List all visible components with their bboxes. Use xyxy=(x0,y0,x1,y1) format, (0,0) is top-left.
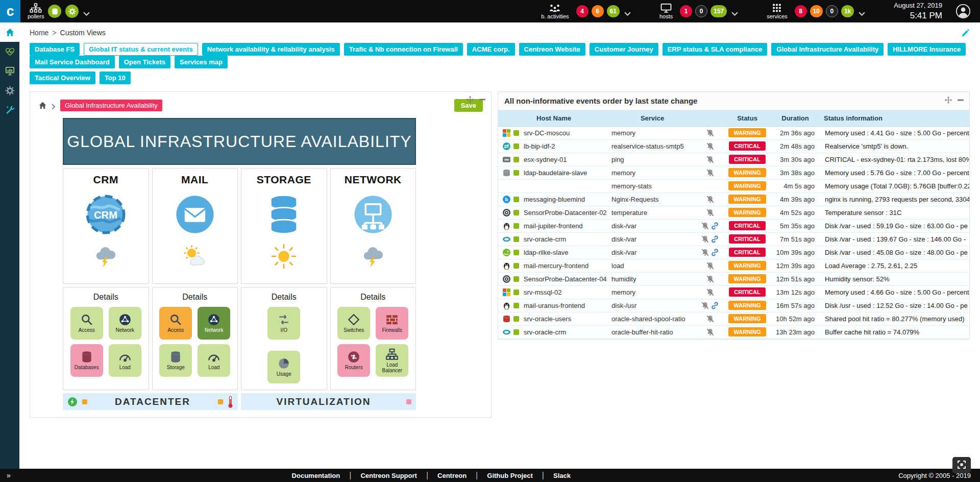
hosts-menu[interactable]: hosts xyxy=(659,3,673,19)
service-name[interactable]: oracle-buffer-hit-ratio xyxy=(609,325,695,339)
move-widget-icon[interactable] xyxy=(467,96,474,103)
tab-global-infrastructure-availability[interactable]: Global Infrastructure Availability xyxy=(771,43,884,56)
poller-latency-status[interactable] xyxy=(65,5,79,18)
services-count-warning[interactable]: 10 xyxy=(810,5,823,17)
activities-chevron-icon[interactable] xyxy=(624,9,631,14)
host-name[interactable]: mail-jupiter-frontend xyxy=(522,219,609,232)
service-name[interactable]: disk-/var xyxy=(609,246,695,259)
service-link-icon[interactable] xyxy=(711,222,719,230)
sidebar-item-administration[interactable] xyxy=(0,100,19,119)
service-name[interactable]: ping xyxy=(609,153,695,166)
tab-tactical-overview[interactable]: Tactical Overview xyxy=(30,71,95,84)
tile-network-load-balancer[interactable]: Load Balancer xyxy=(376,344,408,377)
tile-mail-load[interactable]: Load xyxy=(198,344,230,377)
hosts-chevron-icon[interactable] xyxy=(731,9,738,14)
tile-crm-access[interactable]: Access xyxy=(70,307,103,340)
move-widget-icon[interactable] xyxy=(945,97,952,104)
host-name[interactable]: srv-mssql-02 xyxy=(522,285,609,299)
service-name[interactable]: humidity xyxy=(609,272,695,285)
services-count-critical[interactable]: 8 xyxy=(795,5,807,17)
tile-network-routers[interactable]: Routers xyxy=(337,344,370,377)
tab-acme-corp[interactable]: ACME corp. xyxy=(467,43,515,56)
service-name[interactable]: memory xyxy=(609,285,695,299)
service-link-icon[interactable] xyxy=(711,235,719,243)
service-name[interactable]: disk-/var xyxy=(609,232,695,246)
tile-crm-network[interactable]: Network xyxy=(109,307,141,340)
collapse-widget-icon[interactable] xyxy=(957,97,964,104)
tile-storage-usage[interactable]: Usage xyxy=(267,351,300,383)
tab-top-10[interactable]: Top 10 xyxy=(100,71,131,84)
service-name[interactable]: realservice-status-smtp5 xyxy=(609,139,695,153)
host-name[interactable]: srv-DC-moscou xyxy=(522,126,609,139)
tab-trafic-nb-connection-on-firewall[interactable]: Trafic & Nb connection on Firewall xyxy=(344,43,463,56)
centreon-logo[interactable]: c xyxy=(0,0,20,22)
user-avatar[interactable] xyxy=(955,4,971,19)
tile-crm-databases[interactable]: Databases xyxy=(70,344,103,377)
collapse-widget-icon[interactable] xyxy=(479,96,486,103)
services-count-ok[interactable]: 1k xyxy=(841,5,854,17)
service-name[interactable]: memory xyxy=(609,126,695,139)
expand-sidebar-icon[interactable]: » xyxy=(7,471,11,479)
tile-mail-network[interactable]: Network xyxy=(198,307,230,340)
col-duration[interactable]: Duration xyxy=(770,111,821,126)
footer-link-documentation[interactable]: Documentation xyxy=(292,472,340,479)
tile-network-switches[interactable]: Switches xyxy=(337,307,370,340)
host-name[interactable]: mail-mercury-frontend xyxy=(522,259,609,272)
host-name[interactable]: srv-oracle-crm xyxy=(522,232,609,246)
breadcrumb-home[interactable]: Home xyxy=(30,29,48,37)
map-home-icon[interactable] xyxy=(38,101,47,110)
host-name[interactable]: ldap-baudelaire-slave xyxy=(522,166,609,179)
fullscreen-button[interactable] xyxy=(952,457,971,473)
host-name[interactable]: srv-oracle-users xyxy=(522,312,609,325)
tile-mail-access[interactable]: Access xyxy=(159,307,192,340)
col-service[interactable]: Service xyxy=(609,111,695,126)
sidebar-item-configuration[interactable] xyxy=(0,81,19,100)
service-name[interactable]: Nginx-Requests xyxy=(609,192,695,206)
tab-database-fs[interactable]: Database FS xyxy=(30,43,80,56)
sidebar-item-monitoring[interactable] xyxy=(0,42,19,61)
col-status-information[interactable]: Status information xyxy=(821,111,969,126)
tab-customer-journey[interactable]: Customer Journey xyxy=(590,43,658,56)
col-status[interactable]: Status xyxy=(725,111,770,126)
tile-storage-i-o[interactable]: I/O xyxy=(267,307,300,340)
services-menu[interactable]: services xyxy=(767,3,787,19)
host-name[interactable]: SensorProbe-Datacenter-02 xyxy=(522,206,609,219)
host-name[interactable]: lb-bip-idf-2 xyxy=(522,139,609,153)
footer-link-centreon-support[interactable]: Centreon Support xyxy=(360,472,417,479)
activities-menu[interactable]: b. activities xyxy=(541,3,569,19)
tile-mail-storage[interactable]: Storage xyxy=(159,344,192,377)
tab-services-map[interactable]: Services map xyxy=(175,56,228,68)
tab-network-availability-reliability-analysis[interactable]: Network availability & reliability analy… xyxy=(202,43,340,56)
service-name[interactable]: oracle-shared-spool-ratio xyxy=(609,312,695,325)
hosts-count-ok[interactable]: 157 xyxy=(710,5,727,17)
service-name[interactable]: memory xyxy=(609,166,695,179)
tab-hillmore-insurance[interactable]: HILLMORE Insurance xyxy=(888,43,966,56)
pollers-menu[interactable]: pollers xyxy=(28,3,44,19)
host-name[interactable]: esx-sydney-01 xyxy=(522,153,609,166)
services-count-none[interactable]: 0 xyxy=(826,5,838,17)
service-name[interactable]: load xyxy=(609,259,695,272)
service-name[interactable]: temperature xyxy=(609,206,695,219)
poller-database-status[interactable] xyxy=(48,5,61,18)
tab-centreon-website[interactable]: Centreon Website xyxy=(519,43,585,56)
pollers-chevron-icon[interactable] xyxy=(83,9,90,14)
footer-link-github-project[interactable]: Github Project xyxy=(487,472,533,479)
service-name[interactable]: disk-/usr xyxy=(609,299,695,312)
host-name[interactable]: messaging-bluemind xyxy=(522,192,609,206)
host-name[interactable]: srv-oracle-crm xyxy=(522,325,609,339)
footer-link-centreon[interactable]: Centreon xyxy=(437,472,467,479)
tile-crm-load[interactable]: Load xyxy=(109,344,141,377)
tab-erp-status-sla-compliance[interactable]: ERP status & SLA compliance xyxy=(663,43,768,56)
tab-global-it-status-current-events[interactable]: Global IT status & current events xyxy=(84,43,198,56)
host-name[interactable]: mail-uranus-frontend xyxy=(522,299,609,312)
service-link-icon[interactable] xyxy=(711,249,719,256)
service-link-icon[interactable] xyxy=(711,302,719,309)
tile-network-firewalls[interactable]: Firewalls xyxy=(376,307,408,340)
tab-mail-service-dashboard[interactable]: Mail Service Dashboard xyxy=(30,56,115,68)
host-name[interactable]: ldap-rilke-slave xyxy=(522,246,609,259)
host-name[interactable]: SensorProbe-Datacenter-04 xyxy=(522,272,609,285)
map-breadcrumb-label[interactable]: Global Infrastructure Availability xyxy=(60,100,162,111)
col-host-name[interactable]: Host Name xyxy=(498,111,609,126)
service-name[interactable]: disk-/var xyxy=(609,219,695,232)
edit-view-pencil-icon[interactable] xyxy=(961,29,970,37)
